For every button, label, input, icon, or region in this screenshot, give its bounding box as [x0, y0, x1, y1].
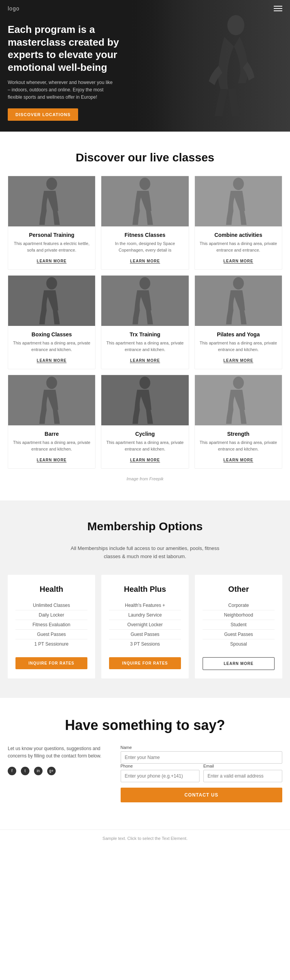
learn-more-link[interactable]: LEARN MORE: [130, 259, 160, 264]
social-icon-in[interactable]: in: [34, 767, 43, 775]
membership-feature: Corporate: [203, 601, 275, 610]
membership-card-0: Health Unlimited ClassesDaily LockerFitn…: [8, 575, 95, 678]
contact-left: Let us know your questions, suggestions …: [8, 745, 109, 775]
learn-more-link[interactable]: LEARN MORE: [37, 259, 67, 264]
learn-more-link[interactable]: LEARN MORE: [223, 259, 253, 264]
membership-card-title: Other: [203, 585, 275, 594]
learn-more-link[interactable]: LEARN MORE: [223, 358, 253, 363]
class-image-0: [8, 176, 95, 226]
svg-point-16: [140, 377, 150, 389]
class-card-body: Boxing Classes This apartment has a dini…: [8, 326, 95, 369]
membership-cta-button[interactable]: INQUIRE FOR RATES: [15, 657, 87, 669]
class-card: Pilates and Yoga This apartment has a di…: [194, 275, 282, 369]
class-image-5: [195, 276, 282, 326]
social-icon-t[interactable]: t: [21, 767, 29, 775]
email-group: Email: [203, 764, 282, 782]
svg-point-6: [233, 178, 244, 190]
class-image-placeholder-5: [195, 276, 282, 326]
svg-point-12: [233, 277, 244, 290]
membership-feature: Daily Locker: [15, 610, 87, 620]
classes-grid: Personal Training This apartment feature…: [8, 176, 282, 469]
hero-title: Each program is a masterclass created by…: [8, 23, 135, 74]
hamburger-line-1: [274, 6, 282, 7]
class-card: Personal Training This apartment feature…: [8, 176, 96, 270]
learn-more-link[interactable]: LEARN MORE: [223, 458, 253, 463]
membership-grid: Health Unlimited ClassesDaily LockerFitn…: [8, 575, 282, 678]
class-image-4: [101, 276, 188, 326]
contact-layout: Let us know your questions, suggestions …: [8, 745, 282, 802]
class-image-8: [195, 375, 282, 425]
class-image-6: [8, 375, 95, 425]
learn-more-link[interactable]: LEARN MORE: [37, 358, 67, 363]
phone-email-row: Phone Email: [121, 764, 282, 782]
class-card-title: Barre: [13, 431, 90, 437]
class-image-2: [195, 176, 282, 226]
learn-more-link[interactable]: LEARN MORE: [130, 358, 160, 363]
class-image-placeholder-2: [195, 176, 282, 226]
membership-subtitle: All Memberships include full access to o…: [68, 545, 222, 561]
class-image-placeholder-7: [101, 375, 188, 425]
membership-feature: Overnight Locker: [109, 620, 181, 629]
svg-point-2: [46, 178, 57, 190]
class-image-3: [8, 276, 95, 326]
learn-more-link[interactable]: LEARN MORE: [37, 458, 67, 463]
svg-point-10: [140, 277, 150, 290]
class-card-title: Personal Training: [13, 232, 90, 238]
svg-point-4: [140, 178, 150, 190]
membership-features: Unlimited ClassesDaily LockerFitness Eva…: [15, 601, 87, 649]
header: logo: [0, 0, 290, 17]
class-card: Combine activities This apartment has a …: [194, 176, 282, 270]
name-label: Name: [121, 745, 282, 750]
contact-title: Have something to say?: [8, 717, 282, 733]
svg-point-14: [46, 377, 57, 389]
class-card: Boxing Classes This apartment has a dini…: [8, 275, 96, 369]
class-image-placeholder-6: [8, 375, 95, 425]
membership-feature: Neighborhood: [203, 610, 275, 620]
membership-features: CorporateNeighborhoodStudentGuest Passes…: [203, 601, 275, 649]
class-card-body: Personal Training This apartment feature…: [8, 226, 95, 269]
contact-submit-button[interactable]: CONTACT US: [121, 788, 282, 802]
membership-section: Membership Options All Memberships inclu…: [0, 500, 290, 698]
class-card-title: Cycling: [106, 431, 184, 437]
svg-point-8: [46, 277, 57, 290]
menu-button[interactable]: [274, 6, 282, 11]
class-card-body: Trx Training This apartment has a dining…: [101, 326, 188, 369]
discover-locations-button[interactable]: DISCOVER LOCATIONS: [8, 108, 78, 121]
footer-note: Sample text. Click to select the Text El…: [0, 829, 290, 845]
social-icon-g+[interactable]: g+: [47, 767, 56, 775]
class-card-title: Fitness Classes: [106, 232, 184, 238]
membership-feature: Spousal: [203, 639, 275, 649]
class-image-placeholder-3: [8, 276, 95, 326]
phone-input[interactable]: [121, 770, 200, 782]
membership-card-title: Health: [15, 585, 87, 594]
class-card-body: Strength This apartment has a dining are…: [195, 425, 282, 468]
social-icon-f[interactable]: f: [8, 767, 16, 775]
membership-feature: 1 PT Sessionure: [15, 639, 87, 649]
email-input[interactable]: [203, 770, 282, 782]
hero-image: [189, 12, 267, 132]
membership-cta-button[interactable]: LEARN MORE: [203, 657, 275, 670]
membership-card-1: Health Plus Health's Features +Laundry S…: [101, 575, 189, 678]
name-input[interactable]: [121, 751, 282, 764]
contact-description: Let us know your questions, suggestions …: [8, 745, 109, 760]
class-card: Strength This apartment has a dining are…: [194, 375, 282, 469]
class-card-body: Cycling This apartment has a dining area…: [101, 425, 188, 468]
hamburger-line-3: [274, 10, 282, 11]
class-image-placeholder-0: [8, 176, 95, 226]
membership-cta-button[interactable]: INQUIRE FOR RATES: [109, 657, 181, 669]
phone-group: Phone: [121, 764, 200, 782]
class-card-desc: This apartment has a dining area, privat…: [13, 340, 90, 353]
membership-card-title: Health Plus: [109, 585, 181, 594]
image-credit: Image from Freepik: [8, 476, 282, 481]
contact-section: Have something to say? Let us know your …: [0, 698, 290, 818]
class-card-desc: In the room, designed by Space Copenhage…: [106, 240, 184, 253]
hero-section: Each program is a masterclass created by…: [0, 0, 290, 132]
class-card-desc: This apartment features a electric kettl…: [13, 240, 90, 253]
class-card-title: Trx Training: [106, 331, 184, 338]
contact-form: Name Phone Email CONTACT US: [121, 745, 282, 802]
learn-more-link[interactable]: LEARN MORE: [130, 458, 160, 463]
membership-feature: Guest Passes: [109, 629, 181, 639]
membership-feature: Unlimited Classes: [15, 601, 87, 610]
class-card-desc: This apartment has a dining area, privat…: [106, 439, 184, 452]
class-card-desc: This apartment has a dining area, privat…: [13, 439, 90, 452]
